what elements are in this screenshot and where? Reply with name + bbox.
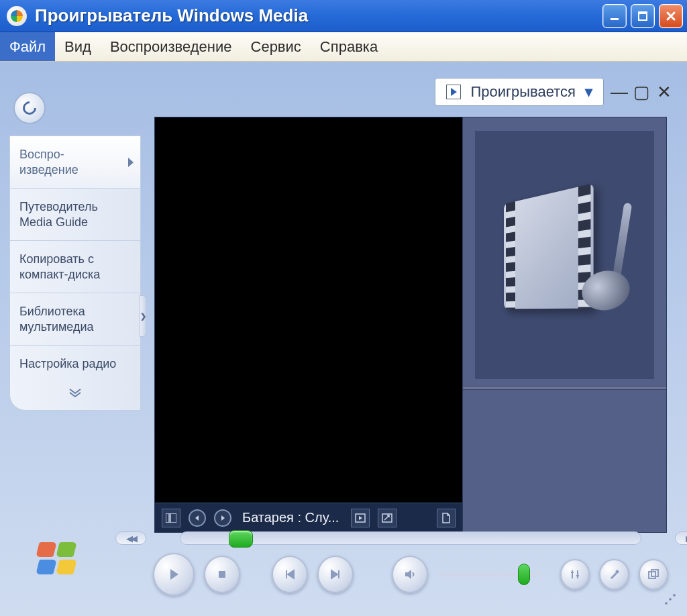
svg-rect-4 [170, 513, 176, 523]
play-glyph-icon [446, 85, 461, 99]
next-button[interactable] [317, 556, 354, 593]
color-chooser-button[interactable] [599, 559, 629, 590]
windows-logo-icon [38, 542, 79, 577]
app-logo-icon [7, 6, 27, 26]
menu-view[interactable]: Вид [55, 32, 101, 61]
tab-label: Воспро- изведение [19, 148, 78, 176]
seek-slider[interactable] [180, 531, 641, 545]
tabs-scroll-down[interactable] [10, 382, 140, 410]
now-playing-label: Проигрывается [470, 83, 576, 101]
tab-label: Настройка радио [19, 357, 116, 370]
prev-small-button[interactable] [189, 509, 206, 527]
album-art-area [475, 131, 654, 379]
tab-label: Путеводитель Media Guide [19, 200, 98, 229]
resize-grip[interactable] [664, 593, 676, 605]
tab-media-guide[interactable]: Путеводитель Media Guide [10, 189, 140, 241]
side-panel: Воспро- изведение Путеводитель Media Gui… [0, 115, 149, 531]
svg-point-8 [616, 570, 619, 574]
volume-slider[interactable] [437, 572, 541, 577]
seek-rewind-button[interactable]: ◀◀ [115, 531, 146, 545]
window-title: Проигрыватель Windows Media [35, 5, 602, 26]
skin-restore-button[interactable]: ▢ [633, 82, 649, 103]
top-toolbar: Проигрывается ▾ — ▢ ✕ [435, 74, 672, 110]
play-button[interactable] [153, 553, 195, 596]
chevron-down-icon: ▾ [585, 83, 592, 101]
menu-playback[interactable]: Воспроизведение [101, 32, 242, 61]
enhancements-button[interactable] [351, 509, 370, 527]
video-status-bar: Батарея : Слу... [155, 503, 462, 532]
previous-button[interactable] [272, 556, 308, 593]
minimize-button[interactable] [602, 4, 627, 28]
arrow-right-icon [128, 158, 134, 167]
tab-label: Копировать с компакт-диска [19, 252, 100, 281]
task-tabs: Воспро- изведение Путеводитель Media Gui… [9, 136, 141, 411]
status-text: Батарея : Слу... [242, 510, 339, 525]
svg-rect-2 [639, 12, 647, 14]
seek-thumb[interactable] [229, 530, 253, 548]
tab-copy-cd[interactable]: Копировать с компакт-диска [10, 241, 140, 293]
view-playlist-button[interactable] [162, 509, 180, 527]
next-small-button[interactable] [214, 509, 231, 527]
svg-rect-0 [611, 18, 619, 20]
tab-label: Библиотека мультимедиа [19, 305, 94, 333]
now-playing-dropdown[interactable]: Проигрывается ▾ [435, 78, 604, 106]
svg-rect-7 [219, 571, 225, 578]
info-doc-button[interactable] [437, 509, 456, 527]
equalizer-button[interactable] [560, 559, 590, 590]
skin-minimize-button[interactable]: — [611, 82, 627, 103]
svg-rect-3 [166, 513, 169, 523]
info-pane [463, 117, 667, 533]
menu-tools[interactable]: Сервис [242, 32, 311, 61]
seek-forward-button[interactable]: ▶▶ [675, 531, 687, 545]
stop-button[interactable] [204, 556, 240, 593]
info-divider [463, 386, 666, 390]
menu-file[interactable]: Файл [0, 32, 55, 61]
skin-close-button[interactable]: ✕ [656, 82, 672, 103]
close-button[interactable] [659, 4, 683, 28]
menu-help[interactable]: Справка [311, 32, 387, 61]
fullscreen-button[interactable] [378, 509, 397, 527]
app-body: Проигрывается ▾ — ▢ ✕ Воспро- изведение … [0, 62, 687, 616]
switch-skin-button[interactable] [639, 559, 668, 590]
menu-bar: Файл Вид Воспроизведение Сервис Справка [0, 32, 687, 62]
collapse-handle[interactable]: ❯ [140, 295, 146, 337]
main-view: Батарея : Слу... [154, 117, 667, 533]
playback-controls: ◀◀ ▶▶ [148, 531, 674, 604]
tab-now-playing[interactable]: Воспро- изведение [10, 136, 140, 189]
tab-radio-tuner[interactable]: Настройка радио [10, 346, 140, 382]
film-music-icon [488, 188, 642, 322]
mute-button[interactable] [392, 556, 428, 593]
refresh-button[interactable] [13, 92, 46, 124]
maximize-button[interactable] [631, 4, 655, 28]
video-pane: Батарея : Слу... [154, 117, 463, 533]
tab-library[interactable]: Библиотека мультимедиа [10, 293, 140, 346]
title-bar: Проигрыватель Windows Media [0, 0, 687, 32]
volume-thumb[interactable] [518, 564, 530, 585]
